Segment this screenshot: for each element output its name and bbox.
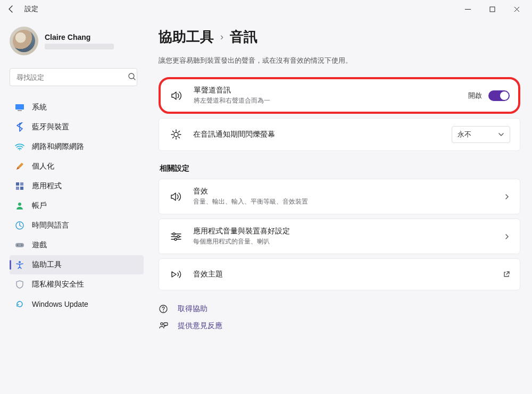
give-feedback-link[interactable]: 提供意見反應 <box>159 321 520 331</box>
svg-rect-8 <box>20 187 23 190</box>
sidebar-item-label: Windows Update <box>32 300 88 308</box>
link-label: 取得協助 <box>178 304 207 314</box>
sidebar-item-gaming[interactable]: 遊戲 <box>10 236 144 255</box>
svg-point-1 <box>129 73 134 79</box>
mono-audio-card: 單聲道音訊 將左聲道和右聲道合而為一 開啟 <box>159 77 520 114</box>
flash-screen-dropdown[interactable]: 永不 <box>452 126 510 143</box>
sidebar-item-bluetooth[interactable]: 藍牙與裝置 <box>10 118 144 137</box>
related-title: 應用程式音量與裝置喜好設定 <box>193 227 504 236</box>
apps-icon <box>15 181 24 191</box>
minimize-icon <box>465 6 471 12</box>
shield-icon <box>15 280 24 289</box>
svg-point-13 <box>21 245 22 246</box>
svg-rect-22 <box>164 323 168 325</box>
svg-rect-5 <box>16 182 19 186</box>
sidebar-item-label: 帳戶 <box>32 201 47 211</box>
related-sub: 音量、輸出、輸入、平衡等級、音效裝置 <box>193 197 504 206</box>
svg-point-14 <box>19 261 21 263</box>
mono-audio-title: 單聲道音訊 <box>194 86 468 95</box>
search-input[interactable] <box>10 68 137 86</box>
bluetooth-icon <box>15 122 24 132</box>
brush-icon <box>15 162 24 171</box>
svg-point-4 <box>19 149 20 150</box>
sidebar-item-time-language[interactable]: 時間與語言 <box>10 216 144 235</box>
related-app-volume-card[interactable]: 應用程式音量與裝置喜好設定 每個應用程式的音量、喇叭 <box>159 219 520 254</box>
close-icon <box>514 6 520 12</box>
sidebar-item-windows-update[interactable]: Windows Update <box>10 295 144 314</box>
svg-rect-6 <box>20 182 23 186</box>
user-email-redacted <box>45 44 114 49</box>
minimize-button[interactable] <box>455 1 480 17</box>
sidebar-item-label: 時間與語言 <box>32 221 69 230</box>
sidebar-item-label: 系統 <box>32 103 47 112</box>
sidebar-item-accounts[interactable]: 帳戶 <box>10 196 144 215</box>
svg-rect-0 <box>490 7 495 12</box>
sidebar-item-label: 網路和網際網路 <box>32 142 84 152</box>
svg-point-20 <box>163 311 164 312</box>
sidebar-item-network[interactable]: 網路和網際網路 <box>10 137 144 156</box>
sidebar: Claire Chang 系統 藍牙與裝置 網路和網際網路 個人化 <box>0 18 149 394</box>
search-icon <box>128 72 136 81</box>
svg-rect-3 <box>18 110 22 111</box>
search-box[interactable] <box>10 68 142 86</box>
accessibility-icon <box>15 260 24 270</box>
flash-screen-card: 在音訊通知期間閃爍螢幕 永不 <box>159 118 520 151</box>
breadcrumb: 協助工具 › 音訊 <box>159 28 520 46</box>
mono-audio-toggle[interactable] <box>488 90 510 101</box>
sidebar-item-label: 協助工具 <box>32 260 62 270</box>
related-sound-card[interactable]: 音效 音量、輸出、輸入、平衡等級、音效裝置 <box>159 179 520 214</box>
sidebar-item-system[interactable]: 系統 <box>10 98 144 117</box>
related-sub: 每個應用程式的音量、喇叭 <box>193 237 504 246</box>
main-content: 協助工具 › 音訊 讓您更容易聽到裝置發出的聲音，或在沒有音效的情況下使用。 單… <box>149 18 532 394</box>
close-button[interactable] <box>504 1 529 17</box>
svg-rect-11 <box>15 243 24 247</box>
related-title: 音效 <box>193 187 504 196</box>
speaker-icon <box>169 90 184 101</box>
update-icon <box>15 299 24 309</box>
sidebar-item-apps[interactable]: 應用程式 <box>10 177 144 196</box>
gamepad-icon <box>15 240 24 250</box>
svg-point-21 <box>161 323 163 325</box>
svg-point-12 <box>17 245 18 246</box>
related-section-title: 相關設定 <box>160 164 520 173</box>
flash-screen-title: 在音訊通知期間閃爍螢幕 <box>193 130 452 139</box>
sidebar-item-accessibility[interactable]: 協助工具 <box>10 255 144 274</box>
avatar <box>10 27 38 55</box>
user-name: Claire Chang <box>45 33 114 41</box>
speaker-icon <box>169 191 184 202</box>
arrow-left-icon <box>7 5 15 13</box>
maximize-button[interactable] <box>480 1 504 17</box>
related-title: 音效主題 <box>193 270 503 279</box>
sidebar-item-privacy[interactable]: 隱私權與安全性 <box>10 275 144 294</box>
chevron-down-icon <box>498 131 504 138</box>
mono-audio-sub: 將左聲道和右聲道合而為一 <box>194 96 468 105</box>
user-profile[interactable]: Claire Chang <box>10 27 144 55</box>
svg-rect-2 <box>15 104 24 110</box>
title-bar: 設定 <box>0 0 532 18</box>
page-description: 讓您更容易聽到裝置發出的聲音，或在沒有音效的情況下使用。 <box>159 56 520 65</box>
back-button[interactable] <box>3 1 19 17</box>
sidebar-item-label: 藍牙與裝置 <box>32 122 69 132</box>
sliders-icon <box>169 231 184 242</box>
play-volume-icon <box>169 269 184 280</box>
dropdown-value: 永不 <box>458 130 471 139</box>
help-icon <box>159 304 170 314</box>
breadcrumb-parent[interactable]: 協助工具 <box>159 28 214 46</box>
window-title: 設定 <box>24 4 38 14</box>
get-help-link[interactable]: 取得協助 <box>159 304 520 314</box>
related-sound-theme-card[interactable]: 音效主題 <box>159 258 520 290</box>
sidebar-item-personalization[interactable]: 個人化 <box>10 157 144 176</box>
svg-rect-7 <box>16 187 19 190</box>
chevron-right-icon <box>504 233 510 240</box>
external-link-icon <box>503 271 510 278</box>
maximize-icon <box>489 6 495 12</box>
link-label: 提供意見反應 <box>178 321 222 331</box>
svg-point-16 <box>173 233 175 235</box>
sidebar-item-label: 個人化 <box>32 162 54 171</box>
sidebar-item-label: 隱私權與安全性 <box>32 280 84 289</box>
mono-audio-state-label: 開啟 <box>468 91 482 100</box>
feedback-icon <box>159 321 170 331</box>
system-icon <box>15 103 24 112</box>
person-icon <box>15 201 24 211</box>
brightness-icon <box>169 129 184 140</box>
